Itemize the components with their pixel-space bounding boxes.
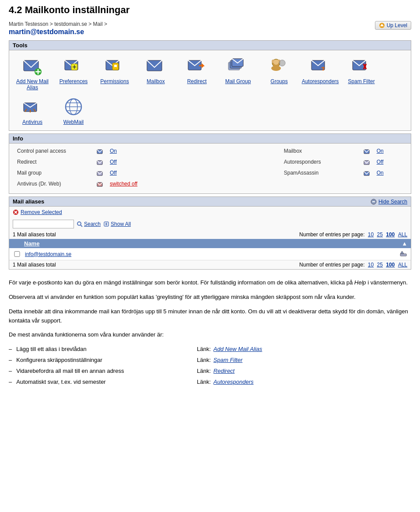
status-icon-on-mailbox <box>364 148 371 155</box>
edit-icon[interactable] <box>399 249 407 259</box>
svg-point-23 <box>271 66 281 71</box>
tool-mailbox-label: Mailbox <box>147 78 164 84</box>
feature-right-link-1[interactable]: Add New Mail Alias <box>214 345 262 354</box>
page-10-top[interactable]: 10 <box>368 231 374 238</box>
info-label-antivirus: Antivirus (Dr. Web) <box>14 180 93 190</box>
feature-right-link-2[interactable]: Spam Filter <box>214 356 242 365</box>
page-25-bottom[interactable]: 25 <box>377 262 383 268</box>
tool-antivirus[interactable]: Antivirus <box>13 95 52 127</box>
info-value-autoresponders[interactable]: Off <box>374 158 406 168</box>
help-italic: Help <box>354 279 366 286</box>
tool-mail-group-label: Mail Group <box>225 78 251 84</box>
row-email-link[interactable]: info@testdomain.se <box>25 251 399 257</box>
search-icon <box>77 221 83 227</box>
feature-right-link-3[interactable]: Redirect <box>214 367 234 376</box>
feature-row-2: – Konfigurera skräppostinställningar Län… <box>9 356 411 365</box>
show-all-button[interactable]: Show All <box>103 221 131 227</box>
info-label-mailbox: Mailbox <box>281 147 360 157</box>
feature-right-link-4[interactable]: Autoresponders <box>214 378 254 387</box>
feature-row-3: – Vidarebefordra all mail till en annan … <box>9 367 411 376</box>
status-icon-off-antivirus <box>97 181 104 188</box>
info-value-spamassassin[interactable]: On <box>374 169 406 179</box>
tool-autoresponders[interactable]: Autoresponders <box>301 54 340 93</box>
svg-point-50 <box>77 222 81 225</box>
remove-selected-button[interactable]: Remove Selected <box>13 209 62 215</box>
info-row-antivirus: Antivirus (Dr. Web) switched off <box>14 180 406 190</box>
tools-panel-title: Tools <box>9 41 411 50</box>
info-value-antivirus[interactable]: switched off <box>107 180 192 190</box>
webmail-icon <box>63 96 84 117</box>
tool-groups[interactable]: Groups <box>259 54 299 93</box>
info-label-spamassassin: SpamAssassin <box>281 169 360 179</box>
tool-preferences-label: Preferences <box>60 78 88 84</box>
tool-webmail-label: WebMail <box>63 119 84 125</box>
table-header: Name ▲ <box>9 239 411 248</box>
tools-panel: Tools Add New Mail Alias <box>9 40 411 131</box>
aliases-toolbar: Remove Selected <box>9 207 411 218</box>
permissions-icon <box>104 56 125 77</box>
tool-antivirus-label: Antivirus <box>22 119 42 125</box>
feature-list: – Lägg till ett alias i brevlådan Länk: … <box>9 345 411 386</box>
tool-webmail[interactable]: WebMail <box>54 95 93 127</box>
svg-point-24 <box>279 60 285 66</box>
feature-right-label-4: Länk: <box>197 378 211 387</box>
paragraph-1: För varje e-postkonto kan du göra en män… <box>9 278 411 288</box>
page-all-bottom[interactable]: ALL <box>398 262 407 268</box>
page-10-bottom[interactable]: 10 <box>368 262 374 268</box>
info-value-mail-group[interactable]: Off <box>107 169 192 179</box>
total-count-top: 1 Mail aliases total <box>13 231 56 238</box>
antivirus-icon <box>22 96 43 117</box>
mail-group-icon <box>228 56 248 77</box>
info-label-control-panel: Control panel access <box>14 147 93 157</box>
feature-left-4: Automatiskt svar, t.ex. vid semester <box>16 378 105 387</box>
pagination-top: Number of entries per page: 10 25 100 AL… <box>299 231 407 238</box>
search-button[interactable]: Search <box>77 221 101 227</box>
up-level-button[interactable]: Up Level <box>375 21 411 30</box>
page-100-top[interactable]: 100 <box>386 231 395 238</box>
groups-icon <box>269 56 290 77</box>
info-panel: Info Control panel access On Mailbox On <box>9 133 411 194</box>
tool-redirect[interactable]: Redirect <box>177 54 217 93</box>
tool-redirect-label: Redirect <box>187 78 207 84</box>
status-icon-off-redirect <box>97 159 104 166</box>
info-value-mailbox[interactable]: On <box>374 147 406 157</box>
svg-rect-13 <box>115 67 116 69</box>
info-value-redirect[interactable]: Off <box>107 158 192 168</box>
tool-preferences[interactable]: Preferences <box>54 54 93 93</box>
mailbox-icon <box>145 56 166 77</box>
page-all-top[interactable]: ALL <box>398 231 407 238</box>
tool-mail-group[interactable]: Mail Group <box>218 54 258 93</box>
info-value-control-panel[interactable]: On <box>107 147 192 157</box>
total-count-bottom: 1 Mail aliases total <box>13 262 56 268</box>
tool-mailbox[interactable]: Mailbox <box>136 54 175 93</box>
mail-aliases-header: Mail aliases Hide Search <box>9 197 411 207</box>
tool-add-new-mail-alias[interactable]: Add New Mail Alias <box>13 54 52 93</box>
remove-icon <box>13 209 19 215</box>
sort-icon: ▲ <box>402 240 407 247</box>
tool-spam-filter-label: Spam Filter <box>348 78 374 84</box>
paragraph-2: Observera att vi använder en funktion so… <box>9 293 411 302</box>
status-icon-off-autoresponders <box>364 159 371 166</box>
tool-spam-filter[interactable]: Spam Filter <box>342 54 381 93</box>
page-100-bottom[interactable]: 100 <box>386 262 395 268</box>
email-title: martin@testdomain.se <box>9 28 411 36</box>
add-mail-icon <box>22 56 43 77</box>
breadcrumb: Martin Testesson > testdomain.se > Mail … <box>9 21 411 27</box>
col-header-name[interactable]: Name <box>24 240 401 247</box>
mail-aliases-title: Mail aliases <box>13 198 44 205</box>
tools-grid: Add New Mail Alias Preferences <box>9 50 411 130</box>
total-row-top: 1 Mail aliases total Number of entries p… <box>9 230 411 239</box>
status-icon-on-spamassassin <box>364 170 371 177</box>
tool-permissions[interactable]: Permissions <box>95 54 134 93</box>
page-25-top[interactable]: 25 <box>377 231 383 238</box>
feature-right-label-1: Länk: <box>197 345 211 354</box>
up-level-icon <box>379 22 385 28</box>
hide-search-button[interactable]: Hide Search <box>371 199 407 205</box>
row-checkbox[interactable] <box>13 251 21 257</box>
page-title: 4.2 Mailkonto inställningar <box>9 4 411 16</box>
table-row: info@testdomain.se <box>9 248 411 260</box>
search-input[interactable] <box>13 220 74 228</box>
edit-svg-icon <box>399 249 407 257</box>
info-row-control-panel: Control panel access On Mailbox On <box>14 147 406 157</box>
info-label-autoresponders: Autoresponders <box>281 158 360 168</box>
